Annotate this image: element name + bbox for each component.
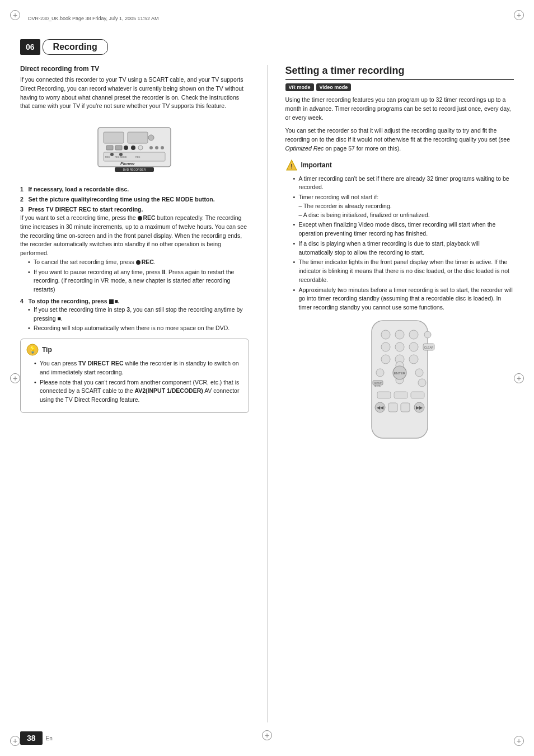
step-2-title: 2 Set the picture quality/recording time… <box>20 196 249 203</box>
important-bullet-3: Except when finalizing Video mode discs,… <box>293 220 514 238</box>
rec-dot <box>138 216 142 220</box>
svg-point-30 <box>424 331 431 338</box>
step-4-bullets: If you set the recording time in step 3,… <box>28 306 249 333</box>
step-3-bullet-2: If you want to pause recording at any ti… <box>28 268 249 294</box>
svg-point-41 <box>415 369 423 377</box>
svg-rect-1 <box>104 132 124 143</box>
tip-bullet-2: Please note that you can't record from a… <box>34 378 243 405</box>
svg-point-7 <box>131 145 135 150</box>
corner-mark-tl <box>10 10 20 20</box>
vr-mode-badge: VR mode <box>285 83 314 91</box>
right-para2: You can set the recorder so that it will… <box>285 126 514 153</box>
page-number: 38 <box>20 731 43 745</box>
svg-point-33 <box>409 342 418 351</box>
remote-control-image: CLEAR ENTER SETUP MENU ◀◀ <box>360 318 439 441</box>
direct-recording-para1: If you connected this recorder to your T… <box>20 76 249 111</box>
svg-text:!: ! <box>291 163 293 170</box>
svg-rect-50 <box>394 392 407 398</box>
important-bullet-4: If a disc is playing when a timer record… <box>293 240 514 257</box>
svg-point-16 <box>110 153 114 156</box>
step-1: 1 If necessary, load a recordable disc. <box>20 186 249 192</box>
stop-square <box>109 299 114 304</box>
pioneer-device-image: REC REC MODE REC Pioneer DVD RECORDER <box>90 116 179 178</box>
svg-point-29 <box>409 330 418 339</box>
important-icon: ! <box>285 159 298 171</box>
page-title: Recording <box>43 39 108 55</box>
important-header: ! Important <box>285 159 514 171</box>
step-3: 3 Press TV DIRECT REC to start recording… <box>20 206 249 294</box>
svg-point-28 <box>395 330 404 339</box>
file-info: DVR-230_UK.book Page 38 Friday, July 1, … <box>28 16 158 21</box>
step-3-body: If you want to set a recording time, pre… <box>20 214 249 258</box>
corner-mark-tr <box>514 10 524 20</box>
svg-rect-5 <box>115 145 122 150</box>
corner-mark-mr <box>514 373 524 383</box>
svg-text:DVD RECORDER: DVD RECORDER <box>123 168 146 171</box>
svg-text:CLEAR: CLEAR <box>424 346 433 349</box>
svg-rect-55 <box>401 403 410 412</box>
svg-point-8 <box>138 145 143 150</box>
svg-text:▶▶: ▶▶ <box>416 405 423 410</box>
step-4: 4 To stop the recording, press ■. If you… <box>20 298 249 333</box>
svg-point-6 <box>124 145 128 150</box>
right-para1: Using the timer recording features you c… <box>285 96 514 122</box>
tip-header: 💡 Tip <box>26 344 243 356</box>
tip-box: 💡 Tip You can press TV DIRECT REC while … <box>20 339 249 413</box>
tip-label: Tip <box>42 346 52 354</box>
step-2: 2 Set the picture quality/recording time… <box>20 196 249 203</box>
svg-point-9 <box>149 146 153 149</box>
svg-rect-54 <box>388 403 397 412</box>
step-4-bullet-2: Recording will stop automatically when t… <box>28 324 249 333</box>
svg-point-31 <box>381 342 390 351</box>
step-3-bullets: To cancel the set recording time, press … <box>28 258 249 294</box>
column-divider <box>267 65 268 722</box>
tip-bullets: You can press TV DIRECT REC while the re… <box>34 359 243 405</box>
svg-rect-4 <box>106 145 113 150</box>
svg-point-11 <box>161 146 164 149</box>
svg-text:Pioneer: Pioneer <box>120 162 135 166</box>
direct-recording-title: Direct recording from TV <box>20 65 249 73</box>
svg-rect-51 <box>411 392 424 398</box>
svg-point-39 <box>376 369 384 377</box>
corner-mark-ml <box>10 373 20 383</box>
svg-text:REC: REC <box>135 156 140 158</box>
svg-text:◀◀: ◀◀ <box>377 405 384 410</box>
svg-point-18 <box>128 153 132 156</box>
svg-point-36 <box>381 355 390 364</box>
step-1-title: 1 If necessary, load a recordable disc. <box>20 186 249 192</box>
chapter-badge: 06 <box>20 39 40 55</box>
tip-bullet-1: You can press TV DIRECT REC while the re… <box>34 359 243 377</box>
important-bullet-2: Timer recording will not start if:– The … <box>293 193 514 219</box>
step-3-title: 3 Press TV DIRECT REC to start recording… <box>20 206 249 213</box>
important-bullet-6: Approximately two minutes before a timer… <box>293 286 514 312</box>
svg-rect-49 <box>377 392 391 398</box>
important-bullets: A timer recording can't be set if there … <box>293 175 514 312</box>
svg-point-27 <box>381 330 390 339</box>
svg-text:💡: 💡 <box>29 345 37 354</box>
mode-badges: VR mode Video mode <box>285 83 514 91</box>
svg-text:MENU: MENU <box>374 384 381 387</box>
main-content: Direct recording from TV If you connecte… <box>20 65 514 722</box>
important-bullet-1: A timer recording can't be set if there … <box>293 175 514 192</box>
corner-mark-bl <box>10 736 20 746</box>
svg-point-48 <box>418 379 426 387</box>
corner-mark-br <box>514 736 524 746</box>
step-3-bullet-1: To cancel the set recording time, press … <box>28 258 249 267</box>
step-4-bullet-1: If you set the recording time in step 3,… <box>28 306 249 323</box>
center-bottom-mark <box>262 730 272 740</box>
important-box: ! Important A timer recording can't be s… <box>285 159 514 312</box>
tip-icon: 💡 <box>26 344 39 356</box>
rec-dot-2 <box>136 260 140 265</box>
svg-point-3 <box>148 135 154 140</box>
svg-text:REC: REC <box>105 156 110 158</box>
svg-rect-2 <box>128 132 148 143</box>
page-lang: En <box>46 735 53 741</box>
svg-point-17 <box>119 153 123 156</box>
svg-point-38 <box>409 355 418 364</box>
svg-point-32 <box>395 342 404 351</box>
header-bar: 06 Recording <box>20 38 514 56</box>
video-mode-badge: Video mode <box>316 83 352 91</box>
svg-point-10 <box>155 146 158 149</box>
important-label: Important <box>301 161 332 169</box>
svg-text:ENTER: ENTER <box>394 372 406 375</box>
